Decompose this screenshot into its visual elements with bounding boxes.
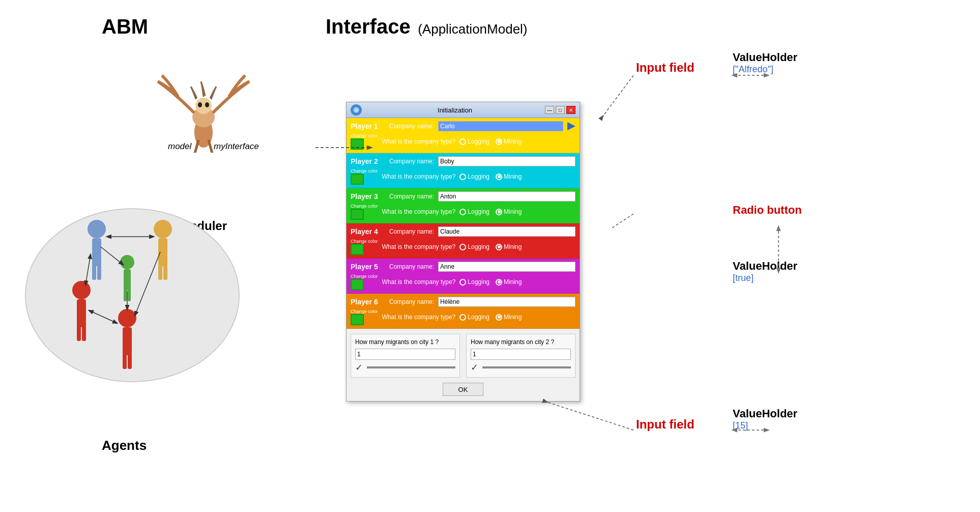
player-3-logging-radio[interactable] (459, 209, 466, 215)
player-5-mining-option[interactable]: Mining (496, 278, 522, 286)
player-6-logging-option[interactable]: Logging (459, 314, 489, 321)
player-4-company-input[interactable] (438, 226, 575, 237)
player-1-logging-radio[interactable] (459, 138, 466, 145)
player-5-logging-radio[interactable] (459, 279, 466, 286)
player-3-company-input[interactable] (438, 191, 575, 202)
player-2-logging-radio[interactable] (459, 174, 466, 180)
svg-point-22 (118, 309, 136, 327)
city1-spinner[interactable]: ✓ (355, 362, 455, 373)
migrants-city2-input[interactable] (471, 349, 571, 360)
player-4-label: Player 4 (351, 227, 385, 236)
player-2-company-input[interactable] (438, 156, 575, 166)
player-2-mining-option[interactable]: Mining (496, 173, 522, 180)
ok-button[interactable]: OK (443, 383, 483, 396)
svg-point-4 (205, 102, 209, 107)
annotation-input-field-top: ValueHolder ["Alfredo"] (733, 51, 797, 75)
migrants-city2-label: How many migrants on city 2 ? (471, 338, 571, 346)
svg-rect-23 (123, 327, 132, 355)
svg-rect-15 (124, 269, 131, 291)
player-6-color-section: Change color (351, 309, 378, 325)
player-row-4: Player 4 Company name: Change color What… (347, 223, 580, 259)
player-4-mining-radio[interactable] (496, 244, 502, 250)
player-3-company-label: Company name: (389, 193, 434, 200)
player-6-logging-radio[interactable] (459, 314, 466, 321)
svg-rect-24 (123, 354, 127, 369)
player-2-color-section: Change color (351, 168, 378, 185)
player-1-logging-option[interactable]: Logging (459, 138, 489, 145)
player-4-mining-option[interactable]: Mining (496, 243, 522, 250)
player-6-company-input[interactable] (438, 297, 575, 307)
player-1-color-swatch[interactable] (351, 138, 364, 150)
city2-spinner[interactable]: ✓ (471, 362, 571, 373)
close-button[interactable]: ✕ (566, 106, 575, 114)
player-5-logging-option[interactable]: Logging (459, 278, 489, 286)
svg-rect-19 (77, 299, 86, 327)
player-5-change-color-label: Change color (351, 274, 378, 279)
player-4-change-color-label: Change color (351, 239, 378, 244)
player-1-type-label: What is the company type? (382, 138, 456, 145)
player-5-color-section: Change color (351, 274, 378, 290)
player-6-company-label: Company name: (389, 298, 434, 305)
player-4-logging-option[interactable]: Logging (459, 243, 489, 250)
interface-subtitle: (ApplicationModel) (418, 21, 527, 37)
svg-rect-7 (92, 238, 101, 266)
player-5-color-swatch[interactable] (351, 279, 364, 290)
input-field-top-annotation: Input field (636, 61, 695, 75)
svg-rect-9 (97, 265, 101, 280)
migrants-city1-input[interactable] (355, 349, 455, 360)
abm-section: ABM Scheduler Agents model myInterface (0, 0, 315, 512)
player-3-logging-option[interactable]: Logging (459, 208, 489, 215)
valueholder-top-value: ["Alfredo"] (733, 64, 797, 75)
dialog-window-controls: — □ ✕ (545, 106, 575, 114)
player-3-radio-group: Logging Mining (459, 208, 522, 215)
player-1-company-input[interactable] (438, 121, 563, 131)
player-4-color-swatch[interactable] (351, 244, 364, 255)
dialog-window: ⚙ Initialization — □ ✕ Player 1 Company … (346, 102, 580, 402)
player-1-arrow-icon (567, 122, 575, 130)
svg-point-2 (195, 98, 212, 114)
player-6-label: Player 6 (351, 298, 385, 306)
svg-rect-17 (128, 289, 131, 301)
valueholder-bottom-title: ValueHolder (733, 407, 797, 420)
player-3-color-swatch[interactable] (351, 209, 364, 220)
player-2-logging-option[interactable]: Logging (459, 173, 489, 180)
svg-rect-16 (124, 289, 127, 301)
radio-button-annotation-label: Radio button (733, 204, 802, 217)
migrants-city2-box: How many migrants on city 2 ? ✓ (466, 334, 575, 378)
abm-title: ABM (102, 15, 148, 38)
player-6-type-label: What is the company type? (382, 314, 456, 321)
player-6-color-swatch[interactable] (351, 314, 364, 325)
interface-section: Interface (ApplicationModel) ⚙ Initializ… (295, 0, 733, 512)
migrants-city1-box: How many migrants on city 1 ? ✓ (351, 334, 460, 378)
player-6-mining-option[interactable]: Mining (496, 314, 522, 321)
svg-point-6 (88, 220, 106, 238)
player-1-mining-option[interactable]: Mining (496, 138, 522, 145)
player-6-change-color-label: Change color (351, 309, 378, 314)
migrants-city1-label: How many migrants on city 1 ? (355, 338, 455, 346)
player-4-logging-radio[interactable] (459, 244, 466, 250)
agents-circle-container (15, 168, 260, 389)
player-4-radio-group: Logging Mining (459, 243, 522, 250)
maximize-button[interactable]: □ (556, 106, 565, 114)
player-2-company-label: Company name: (389, 158, 434, 165)
svg-rect-25 (128, 354, 132, 369)
minimize-button[interactable]: — (545, 106, 554, 114)
ok-row: OK (351, 383, 575, 396)
svg-rect-8 (92, 265, 96, 280)
player-5-mining-radio[interactable] (496, 279, 502, 286)
player-2-color-swatch[interactable] (351, 174, 364, 185)
player-3-mining-option[interactable]: Mining (496, 208, 522, 215)
player-3-label: Player 3 (351, 192, 385, 201)
player-6-mining-radio[interactable] (496, 314, 502, 321)
player-3-color-section: Change color (351, 204, 378, 220)
player-row-6: Player 6 Company name: Change color What… (347, 294, 580, 329)
player-rows-container: Player 1 Company name: Change color What… (347, 118, 580, 329)
player-5-type-label: What is the company type? (382, 278, 456, 286)
player-5-company-input[interactable] (438, 262, 575, 272)
player-2-mining-radio[interactable] (496, 174, 502, 180)
player-3-mining-radio[interactable] (496, 209, 502, 215)
svg-rect-20 (77, 326, 81, 341)
player-2-type-label: What is the company type? (382, 173, 456, 180)
player-1-mining-radio[interactable] (496, 138, 502, 145)
valueholder-radio-value: [true] (733, 273, 802, 283)
